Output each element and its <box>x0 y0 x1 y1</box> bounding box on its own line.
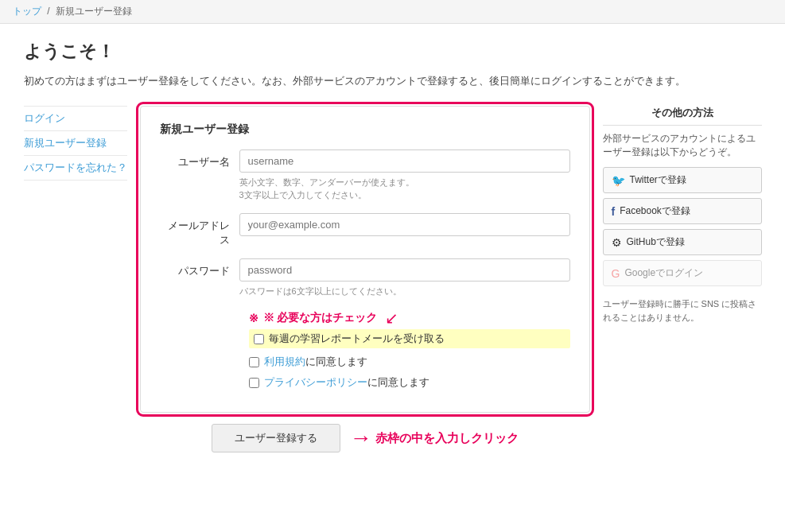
terms-link[interactable]: 利用規約 <box>264 355 305 367</box>
breadcrumb-home-link[interactable]: トップ <box>13 6 41 17</box>
side-panel-desc: 外部サービスのアカウントによるユーザー登録は以下からどうぞ。 <box>603 132 762 160</box>
privacy-label: プライバシーポリシーに同意します <box>264 375 429 390</box>
weekly-report-row: 毎週の学習レポートメールを受け取る <box>249 329 570 348</box>
sidebar-item-forgot-password[interactable]: パスワードを忘れた？ <box>24 156 127 181</box>
terms-checkbox[interactable] <box>249 357 259 367</box>
form-card-title: 新規ユーザー登録 <box>160 122 570 137</box>
registration-form-card: 新規ユーザー登録 ユーザー名 英小文字、数字、アンダーバーが使えます。3文字以上… <box>140 106 590 414</box>
submit-annotation: ← 赤枠の中を入力しクリック <box>350 425 519 451</box>
google-icon: G <box>612 267 620 280</box>
github-button-label: GitHubで登録 <box>627 235 685 249</box>
side-panel-note: ユーザー登録時に勝手に SNS に投稿されることはありません。 <box>603 297 762 324</box>
password-input[interactable] <box>239 258 570 282</box>
email-field-wrapper <box>239 213 570 236</box>
side-panel: その他の方法 外部サービスのアカウントによるユーザー登録は以下からどうぞ。 🐦 … <box>603 106 762 324</box>
terms-row: 利用規約に同意します <box>249 355 570 369</box>
facebook-register-button[interactable]: f Facebookで登録 <box>603 198 762 224</box>
password-label: パスワード <box>160 258 239 278</box>
main-content: ようこそ！ 初めての方はまずはユーザー登録をしてください。なお、外部サービスのア… <box>11 24 775 468</box>
facebook-icon: f <box>612 205 616 218</box>
username-hint: 英小文字、数字、アンダーバーが使えます。3文字以上で入力してください。 <box>239 176 570 202</box>
password-hint: パスワードは6文字以上にしてください。 <box>239 285 570 298</box>
terms-label: 利用規約に同意します <box>264 355 367 369</box>
checkbox-annotation-text: ※ 必要な方はチェック <box>263 311 378 325</box>
intro-text: 初めての方はまずはユーザー登録をしてください。なお、外部サービスのアカウントで登… <box>24 73 762 90</box>
twitter-button-label: Twitterで登録 <box>630 173 686 187</box>
weekly-report-checkbox[interactable] <box>254 334 264 344</box>
sidebar-item-register[interactable]: 新規ユーザー登録 <box>24 131 127 156</box>
page-title: ようこそ！ <box>24 40 762 64</box>
submit-area: ユーザー登録する ← 赤枠の中を入力しクリック <box>140 424 590 452</box>
google-login-wrapper: G Googleでログイン <box>603 260 762 291</box>
privacy-suffix: に同意します <box>367 376 429 388</box>
annotation-arrow-down: ↙ <box>385 309 398 328</box>
google-login-button[interactable]: G Googleでログイン <box>603 260 762 286</box>
sidebar: ログイン 新規ユーザー登録 パスワードを忘れた？ <box>24 106 127 181</box>
username-row: ユーザー名 英小文字、数字、アンダーバーが使えます。3文字以上で入力してください… <box>160 150 570 202</box>
facebook-button-label: Facebookで登録 <box>620 204 690 218</box>
weekly-report-label: 毎週の学習レポートメールを受け取る <box>269 332 445 346</box>
privacy-link[interactable]: プライバシーポリシー <box>264 376 367 388</box>
breadcrumb-current: 新規ユーザー登録 <box>56 6 132 17</box>
username-label: ユーザー名 <box>160 150 239 169</box>
sidebar-item-login[interactable]: ログイン <box>24 106 127 131</box>
form-section: 新規ユーザー登録 ユーザー名 英小文字、数字、アンダーバーが使えます。3文字以上… <box>140 106 590 453</box>
checkbox-annotation-icon: ※ <box>249 312 258 324</box>
google-button-label: Googleでログイン <box>624 266 703 280</box>
submit-annotation-text: 赤枠の中を入力しクリック <box>375 431 519 446</box>
email-input[interactable] <box>239 213 570 236</box>
privacy-row: プライバシーポリシーに同意します <box>249 375 570 390</box>
password-field-wrapper: パスワードは6文字以上にしてください。 <box>239 258 570 298</box>
submit-arrow-icon: ← <box>350 425 372 451</box>
submit-button[interactable]: ユーザー登録する <box>212 424 340 452</box>
terms-suffix: に同意します <box>305 355 367 367</box>
content-layout: ログイン 新規ユーザー登録 パスワードを忘れた？ 新規ユーザー登録 ユーザー名 … <box>24 106 762 453</box>
twitter-register-button[interactable]: 🐦 Twitterで登録 <box>603 167 762 193</box>
github-icon: ⚙ <box>612 236 622 249</box>
side-panel-title: その他の方法 <box>603 106 762 126</box>
email-row: メールアドレス <box>160 213 570 247</box>
username-field: 英小文字、数字、アンダーバーが使えます。3文字以上で入力してください。 <box>239 150 570 202</box>
breadcrumb-separator: / <box>47 6 49 17</box>
email-label: メールアドレス <box>160 213 239 247</box>
github-register-button[interactable]: ⚙ GitHubで登録 <box>603 229 762 255</box>
breadcrumb: トップ / 新規ユーザー登録 <box>0 0 785 24</box>
username-input[interactable] <box>239 150 570 173</box>
privacy-checkbox[interactable] <box>249 378 259 388</box>
twitter-icon: 🐦 <box>612 174 625 187</box>
password-row: パスワード パスワードは6文字以上にしてください。 <box>160 258 570 298</box>
